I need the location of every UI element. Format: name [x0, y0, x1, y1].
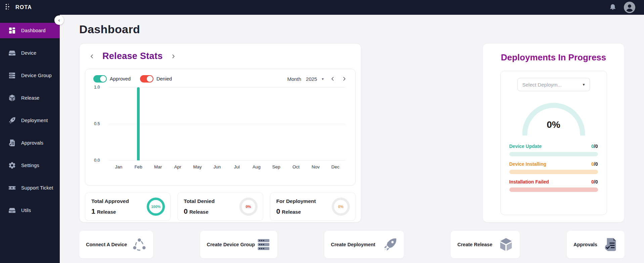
release-stats-prev-button[interactable] — [90, 54, 94, 59]
action-card-create-deployment[interactable]: Create Deployment — [324, 231, 404, 258]
deployment-select[interactable]: Select Deploym... ▾ — [517, 78, 590, 91]
sidebar-item-label: Utils — [21, 208, 31, 213]
y-axis-tick: 0.5 — [94, 121, 106, 126]
progress-label: Device Installing — [509, 161, 546, 167]
sidebar-item-label: Device — [21, 50, 37, 56]
x-axis-label: Jun — [207, 164, 227, 169]
action-label: Approvals — [573, 242, 597, 247]
toggle-denied[interactable]: Denied — [140, 75, 172, 83]
x-axis-label: Aug — [247, 164, 267, 169]
progress-value: 0 — [591, 144, 594, 149]
action-card-create-release[interactable]: Create Release — [451, 231, 520, 258]
action-card-approvals[interactable]: Approvals — [567, 231, 625, 258]
x-axis-label: May — [188, 164, 208, 169]
sidebar-item-device-group[interactable]: Device Group — [0, 68, 60, 83]
main-content: Dashboard Release Stats ApprovedDenied M… — [60, 15, 644, 263]
deployments-title: Deployments In Progress — [483, 52, 624, 63]
release-stats-next-button[interactable] — [171, 54, 176, 59]
toggle-switch[interactable] — [93, 75, 107, 83]
stat-card-total-approved: Total Approved1Release100% — [85, 193, 171, 221]
stat-unit: Release — [189, 209, 209, 215]
progress-bar — [509, 188, 598, 192]
toggle-label: Approved — [110, 76, 131, 82]
progress-bar — [509, 170, 598, 174]
month-select-label: Month — [287, 76, 301, 82]
sidebar-collapse-button[interactable]: ‹ — [54, 15, 64, 25]
x-axis-label: Dec — [325, 164, 345, 169]
month-select[interactable]: Month 2025 ▾ — [287, 76, 324, 82]
brand: ROTA — [5, 3, 32, 12]
toggle-approved[interactable]: Approved — [93, 75, 131, 83]
stat-percent: 100% — [151, 205, 160, 209]
page-title: Dashboard — [79, 23, 625, 36]
sidebar-item-deployment[interactable]: Deployment — [0, 113, 60, 128]
x-axis-label: Jan — [109, 164, 129, 169]
deployments-panel: Deployments In Progress Select Deploym..… — [482, 43, 625, 222]
y-axis-tick: 1.0 — [94, 85, 106, 90]
release-stats-header: Release Stats — [85, 51, 356, 61]
sidebar-item-label: Approvals — [21, 140, 43, 146]
stat-percent-ring: 100% — [147, 198, 165, 216]
month-select-value: 2025 — [306, 76, 317, 82]
stat-percent-ring: 0% — [332, 198, 350, 216]
progress-label: Device Update — [509, 144, 542, 149]
action-card-connect-a-device[interactable]: Connect A Device — [79, 231, 153, 258]
series-toggles: ApprovedDenied — [93, 75, 172, 83]
chart-x-axis-labels: JanFebMarAprMayJunJulAugSepOctNovDec — [109, 164, 345, 169]
action-card-create-device-group[interactable]: Create Device Group — [200, 231, 277, 258]
sidebar-item-settings[interactable]: Settings — [0, 158, 60, 173]
cube-icon — [8, 94, 16, 102]
toggle-label: Denied — [156, 76, 172, 82]
progress-value: 0 — [591, 179, 594, 185]
stat-count: 1 — [91, 207, 95, 215]
sidebar-item-release[interactable]: Release — [0, 90, 60, 106]
chart-column-aug — [247, 87, 267, 160]
deployment-select-caret-down-icon: ▾ — [583, 82, 585, 87]
chart-column-oct — [286, 87, 306, 160]
rota-logo-icon — [5, 3, 12, 12]
server-icon — [8, 71, 16, 80]
progress-value: 0 — [591, 161, 594, 167]
deployment-select-placeholder: Select Deploym... — [522, 82, 562, 88]
y-axis-tick: 0.0 — [94, 158, 106, 163]
release-bar-chart: 0.00.51.0 — [93, 87, 347, 160]
stat-cards-row: Total Approved1Release100%Total Denied0R… — [85, 193, 356, 221]
sidebar-item-label: Support Ticket — [21, 185, 53, 191]
doccheck-icon — [8, 139, 16, 147]
progress-row-installation-failed: Installation Failed0/0 — [509, 179, 598, 192]
sidebar-item-support-ticket[interactable]: Support Ticket — [0, 180, 60, 196]
x-axis-label: Mar — [148, 164, 168, 169]
stat-count: 0 — [276, 207, 280, 215]
top-bar: ROTA — [0, 0, 644, 15]
x-axis-label: Jul — [227, 164, 247, 169]
progress-row-device-update: Device Update0/0 — [509, 144, 598, 156]
chart-column-sep — [266, 87, 286, 160]
action-label: Create Release — [457, 242, 492, 247]
action-label: Create Deployment — [331, 242, 375, 247]
dashboard-icon — [8, 27, 16, 35]
chart-column-nov — [306, 87, 326, 160]
gear-icon — [8, 161, 16, 169]
ticket-icon — [8, 184, 16, 192]
chart-column-jan — [109, 87, 129, 160]
toggle-knob — [147, 76, 153, 82]
sharenodes-icon — [132, 237, 147, 252]
sidebar-item-label: Dashboard — [21, 28, 46, 33]
month-next-button[interactable] — [342, 76, 347, 81]
toggle-switch[interactable] — [140, 75, 153, 83]
sidebar-item-label: Device Group — [21, 73, 52, 78]
sidebar-item-approvals[interactable]: Approvals — [0, 135, 60, 151]
progress-label: Installation Failed — [509, 179, 549, 185]
stat-percent: 0% — [338, 205, 343, 209]
chart-column-dec — [325, 87, 345, 160]
user-avatar[interactable] — [624, 2, 635, 13]
deployments-card: Select Deploym... ▾ 0% Device Update0/0D… — [500, 71, 607, 215]
chart-column-jul — [227, 87, 247, 160]
quick-actions-row: Connect A DeviceCreate Device GroupCreat… — [79, 231, 625, 258]
sidebar-item-utils[interactable]: Utils — [0, 203, 60, 218]
sidebar-item-dashboard[interactable]: Dashboard — [0, 23, 60, 38]
sidebar-item-label: Settings — [21, 163, 39, 168]
notifications-bell-icon[interactable] — [609, 3, 616, 12]
month-prev-button[interactable] — [330, 76, 335, 81]
sidebar-item-device[interactable]: Device — [0, 45, 60, 61]
